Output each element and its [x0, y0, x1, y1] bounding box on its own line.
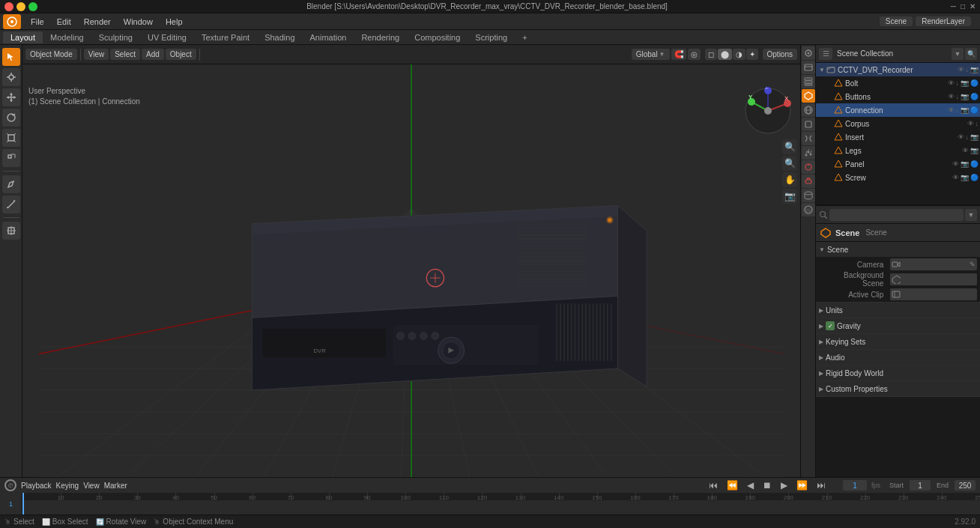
prop-icon-render[interactable]	[802, 46, 815, 60]
measure-tool-btn[interactable]	[2, 195, 20, 213]
prop-icon-data[interactable]	[802, 189, 815, 202]
step-forward-btn[interactable]: ⏩	[794, 480, 810, 491]
outliner-item-bolt[interactable]: ▶ Bolt 👁 ↓ 📷 🔵	[816, 76, 980, 90]
prop-icon-physics[interactable]	[802, 160, 815, 174]
maximize-button[interactable]	[28, 2, 37, 11]
prop-icon-scene[interactable]	[802, 89, 815, 103]
camera-edit-btn[interactable]: ✎	[970, 261, 976, 268]
cursor-tool-btn[interactable]	[2, 68, 20, 86]
scene-selector[interactable]: Scene	[880, 16, 913, 26]
tl-view-label[interactable]: View	[83, 482, 100, 490]
tab-shading[interactable]: Shading	[257, 31, 302, 43]
transform-global[interactable]: Global ▼	[632, 49, 670, 60]
wireframe-mode-btn[interactable]: ◻	[705, 49, 717, 60]
outliner-filter-btn[interactable]: ▼	[952, 48, 964, 60]
menu-edit[interactable]: Edit	[51, 16, 77, 28]
scene-canvas[interactable]: DVR	[22, 64, 800, 477]
zoom-out-btn[interactable]: 🔍	[782, 156, 797, 171]
prop-icon-world[interactable]	[802, 103, 815, 117]
step-backward-btn[interactable]: ⏪	[725, 480, 740, 491]
play-btn[interactable]: ▶	[778, 480, 790, 491]
prop-icon-object[interactable]	[802, 118, 815, 131]
scale-tool-btn[interactable]	[2, 129, 20, 147]
props-section-units-header[interactable]: ▶ Units	[816, 303, 980, 318]
material-preview-btn[interactable]: ◑	[733, 49, 745, 60]
prop-icon-output[interactable]	[802, 61, 815, 74]
tab-rendering[interactable]: Rendering	[354, 31, 407, 43]
tab-texture-paint[interactable]: Texture Paint	[194, 31, 257, 43]
menu-help[interactable]: Help	[160, 16, 189, 28]
props-section-scene-header[interactable]: ▼ Scene	[816, 242, 980, 257]
select-tool-btn[interactable]	[2, 48, 20, 66]
prop-icon-view-layer[interactable]	[802, 75, 815, 88]
tab-sculpting[interactable]: Sculpting	[91, 31, 140, 43]
go-to-end-btn[interactable]: ⏭	[814, 480, 828, 491]
stop-btn[interactable]: ⏹	[760, 480, 774, 491]
marker-label[interactable]: Marker	[104, 482, 127, 490]
go-to-start-btn[interactable]: ⏮	[707, 480, 720, 491]
outliner-item-corpus[interactable]: ▶ Corpus 👁 ↓	[816, 117, 980, 130]
tab-compositing[interactable]: Compositing	[407, 31, 468, 43]
gravity-checkbox[interactable]: ✓	[826, 321, 835, 330]
select-menu[interactable]: Select	[110, 49, 140, 60]
outliner-item-buttons[interactable]: ▶ Buttons 👁 ↓ 📷 🔵	[816, 90, 980, 103]
proportional-edit[interactable]: ◎	[688, 49, 701, 60]
props-section-audio-header[interactable]: ▶ Audio	[816, 350, 980, 365]
minimize-button[interactable]	[16, 2, 25, 11]
outliner-item-panel[interactable]: ▶ Panel 👁 📷 🔵	[816, 157, 980, 171]
move-tool-btn[interactable]	[2, 88, 20, 106]
annotate-tool-btn[interactable]	[2, 175, 20, 193]
end-frame-input[interactable]	[955, 480, 976, 491]
timeline-content[interactable]: 1102030405060708090100110120130140150160…	[0, 493, 980, 515]
prop-icon-material[interactable]	[802, 203, 815, 216]
outliner-item-root[interactable]: ▼ CCTV_DVR_Recorder 👁 ↓ 📷	[816, 63, 980, 76]
object-mode-selector[interactable]: Object Mode	[25, 49, 77, 60]
props-filter-btn[interactable]: ▼	[965, 209, 977, 221]
props-section-keying-header[interactable]: ▶ Keying Sets	[816, 334, 980, 349]
add-menu[interactable]: Add	[142, 49, 164, 60]
tab-add[interactable]: +	[515, 31, 534, 43]
tab-animation[interactable]: Animation	[303, 31, 354, 43]
navigation-gizmo[interactable]: X Y Z	[744, 87, 793, 136]
menu-render[interactable]: Render	[78, 16, 117, 28]
outliner-search-btn[interactable]: 🔍	[965, 48, 977, 60]
close-button[interactable]	[4, 2, 13, 11]
snap-toggle[interactable]: 🧲	[671, 49, 686, 60]
timeline-circle-icon[interactable]: ⏱	[4, 479, 16, 491]
camera-prop-field[interactable]: ✎	[890, 258, 977, 270]
solid-mode-btn[interactable]: ⬤	[718, 49, 732, 60]
rendered-mode-btn[interactable]: ✦	[746, 49, 758, 60]
titlebar-minimize-icon[interactable]: ─	[951, 2, 956, 10]
titlebar-close-icon[interactable]: ✕	[970, 2, 976, 10]
tab-layout[interactable]: Layout	[3, 31, 43, 43]
renderlayer-selector[interactable]: RenderLayer	[916, 16, 971, 26]
add-primitive-btn[interactable]	[2, 222, 20, 240]
viewport-3d[interactable]: Object Mode View Select Add Object Globa…	[22, 45, 800, 477]
playback-label[interactable]: Playback	[21, 482, 52, 490]
outliner-item-legs[interactable]: ▶ Legs 👁 📷	[816, 144, 980, 157]
prop-icon-particles[interactable]	[802, 146, 815, 160]
props-search-input[interactable]	[829, 209, 964, 221]
bg-scene-prop-field[interactable]	[890, 273, 977, 285]
tab-scripting[interactable]: Scripting	[468, 31, 515, 43]
tab-modeling[interactable]: Modeling	[43, 31, 91, 43]
prop-icon-constraints[interactable]	[802, 175, 815, 188]
transform-tool-btn[interactable]	[2, 149, 20, 167]
view-menu[interactable]: View	[84, 49, 109, 60]
props-section-gravity-header[interactable]: ▶ ✓ Gravity	[816, 318, 980, 333]
outliner-item-screw[interactable]: ▶ Screw 👁 📷 🔵	[816, 171, 980, 184]
viewport-options[interactable]: Options	[763, 49, 797, 60]
active-clip-prop-field[interactable]	[890, 288, 977, 300]
outliner-item-connection[interactable]: ▶ Connection 👁 ↓ 📷 🔵	[816, 103, 980, 117]
titlebar-maximize-icon[interactable]: □	[961, 2, 965, 10]
keying-label[interactable]: Keying	[56, 482, 79, 490]
menu-window[interactable]: Window	[118, 16, 159, 28]
zoom-in-btn[interactable]: 🔍	[782, 139, 797, 154]
tab-uv-editing[interactable]: UV Editing	[140, 31, 194, 43]
outliner-menu-btn[interactable]: ☰	[819, 48, 832, 60]
blender-logo[interactable]	[3, 14, 21, 29]
menu-file[interactable]: File	[25, 16, 50, 28]
current-frame-input[interactable]	[843, 480, 867, 491]
prop-icon-modifier[interactable]	[802, 132, 815, 145]
props-section-custom-header[interactable]: ▶ Custom Properties	[816, 381, 980, 396]
